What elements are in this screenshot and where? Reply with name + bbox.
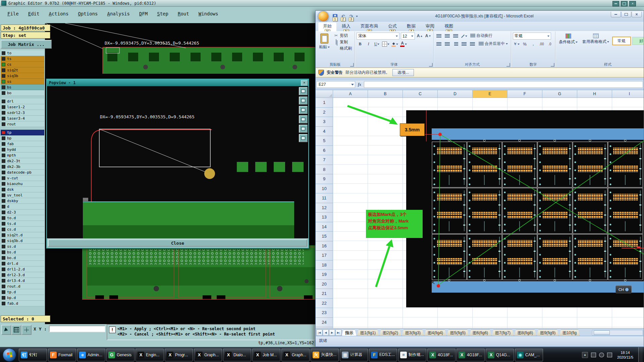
- taskbar-item[interactable]: ◉ CAM_...: [515, 349, 543, 361]
- layer-color-chip[interactable]: [2, 239, 5, 243]
- row-header[interactable]: 18: [316, 260, 333, 270]
- grow-font-button[interactable]: A▲: [416, 33, 423, 40]
- layer-color-chip[interactable]: [2, 80, 5, 83]
- popview-canvas[interactable]: DX=-9.0593475,DY=3.003535,D=9.544265: [47, 86, 308, 238]
- excel-minimize-icon[interactable]: [611, 12, 621, 17]
- taskbar-item[interactable]: X Q14G...: [486, 349, 514, 361]
- font-color-button[interactable]: A: [400, 41, 407, 48]
- alignment-dialog-launcher-icon[interactable]: [506, 63, 510, 67]
- layer-row[interactable]: dsk: [1, 187, 44, 192]
- row-header[interactable]: 21: [316, 289, 333, 299]
- layer-row[interactable]: ts: [1, 56, 44, 62]
- layer-color-chip[interactable]: [2, 267, 5, 271]
- layer-row[interactable]: drl3-4.d: [1, 278, 44, 284]
- paste-button[interactable]: 粘贴: [317, 33, 331, 51]
- layer-row[interactable]: drl2-3.d: [1, 272, 44, 278]
- sheet-tab[interactable]: 图6(fig6): [469, 329, 491, 336]
- taskbar-item[interactable]: 兴 兴森快...: [311, 349, 339, 361]
- redo-button[interactable]: ↷ 3: [348, 13, 355, 19]
- decrease-indent-button[interactable]: [461, 41, 468, 48]
- row-header[interactable]: 5: [316, 136, 333, 146]
- layer-color-chip[interactable]: [2, 165, 5, 169]
- column-header[interactable]: I: [612, 90, 644, 98]
- row-header[interactable]: 16: [316, 241, 333, 251]
- layer-row[interactable]: dk2-3t: [1, 158, 44, 164]
- column-header[interactable]: E: [473, 90, 507, 98]
- ge-close-icon[interactable]: ×: [629, 1, 636, 6]
- ribbon-tab[interactable]: 插入 N: [337, 22, 355, 31]
- row-header[interactable]: 6: [316, 146, 333, 156]
- tray-expand-icon[interactable]: ▲: [582, 352, 588, 358]
- layer-row[interactable]: datecode-pb: [1, 170, 44, 175]
- ribbon-tab[interactable]: 数据 A: [402, 22, 420, 31]
- increase-decimal-button[interactable]: .00: [538, 41, 545, 48]
- sheet-next-icon[interactable]: ▶: [329, 329, 335, 336]
- layer-color-chip[interactable]: [2, 285, 5, 288]
- sheet-tab[interactable]: 图3(fig3): [402, 329, 424, 336]
- orientation-button[interactable]: [461, 33, 468, 40]
- row-header[interactable]: 1: [316, 98, 333, 108]
- layer-color-chip[interactable]: [2, 199, 5, 203]
- ge-menu-item[interactable]: Actions: [49, 11, 68, 16]
- merge-center-button[interactable]: 合并后居中: [477, 41, 509, 47]
- layer-row[interactable]: cs.d: [1, 227, 44, 232]
- sheet-tab[interactable]: 图1(fig1): [357, 329, 379, 336]
- align-center-button[interactable]: [444, 41, 451, 48]
- start-button[interactable]: [3, 348, 16, 362]
- layer-color-chip[interactable]: [2, 154, 5, 157]
- align-left-button[interactable]: [435, 41, 442, 48]
- grid-tool-icon[interactable]: [11, 325, 21, 335]
- layer-color-chip[interactable]: [2, 233, 5, 237]
- align-top-button[interactable]: [435, 33, 442, 40]
- row-header[interactable]: 24: [316, 318, 333, 327]
- layer-row[interactable]: laser3-4: [1, 116, 44, 121]
- number-format-select[interactable]: 常规: [513, 33, 551, 40]
- layer-row[interactable]: bs: [1, 84, 44, 90]
- copy-button[interactable]: 复制: [333, 39, 353, 45]
- layer-color-chip[interactable]: [2, 182, 5, 186]
- font-dialog-launcher-icon[interactable]: [429, 63, 433, 67]
- ge-titlebar[interactable]: Graphic Editor 9.07b2 (00@HY-HYCAM-PC185…: [0, 0, 644, 7]
- layer-row[interactable]: szdrl2-3: [1, 110, 44, 116]
- row-header[interactable]: 8: [316, 165, 333, 175]
- bold-button[interactable]: B: [357, 41, 364, 48]
- fx-icon[interactable]: fx: [356, 82, 363, 87]
- row-header[interactable]: 15: [316, 232, 333, 241]
- layer-color-chip[interactable]: [2, 193, 5, 197]
- layer-row[interactable]: rout.d: [1, 284, 44, 289]
- taskbar-item[interactable]: X 4G18F...: [457, 349, 485, 361]
- layer-color-chip[interactable]: [2, 279, 5, 283]
- layer-color-chip[interactable]: [2, 250, 5, 254]
- taskbar-item[interactable]: X Graph...: [194, 349, 222, 361]
- layer-color-chip[interactable]: [2, 176, 5, 180]
- ribbon-tab[interactable]: 视图 W: [440, 22, 458, 31]
- tray-security-icon[interactable]: [607, 353, 612, 357]
- show-desktop-button[interactable]: [638, 347, 643, 362]
- cut-button[interactable]: ✂剪切: [333, 33, 353, 39]
- layer-color-chip[interactable]: [2, 245, 5, 248]
- layer-row[interactable]: siq2t: [1, 67, 44, 73]
- layer-color-chip[interactable]: [2, 148, 5, 152]
- column-header[interactable]: G: [542, 90, 577, 98]
- column-header[interactable]: B: [368, 90, 403, 98]
- xy-input[interactable]: [49, 325, 105, 332]
- layer-row[interactable]: v-cut: [1, 175, 44, 181]
- security-options-button[interactable]: 选项...: [392, 69, 414, 76]
- font-size-select[interactable]: 12: [401, 33, 415, 40]
- taskbar-item[interactable]: X Progr...: [165, 349, 193, 361]
- embedded-pcb-figure[interactable]: [406, 110, 644, 307]
- column-header[interactable]: D: [438, 90, 473, 98]
- layer-row[interactable]: fab: [1, 141, 44, 147]
- layer-row[interactable]: uv_tool: [1, 192, 44, 198]
- row-header[interactable]: 23: [316, 308, 333, 318]
- layer-row[interactable]: drl.d: [1, 261, 44, 266]
- layer-color-chip[interactable]: [2, 111, 5, 115]
- layer-color-chip[interactable]: [2, 256, 5, 260]
- ribbon-tab[interactable]: 页面布局 P: [356, 22, 383, 31]
- align-bottom-button[interactable]: [452, 33, 459, 40]
- row-header[interactable]: 10: [316, 184, 333, 194]
- layer-color-chip[interactable]: [2, 205, 5, 208]
- taskbar-item[interactable]: X Dialo...: [223, 349, 251, 361]
- increase-indent-button[interactable]: [469, 41, 476, 48]
- tray-network-icon[interactable]: [591, 353, 596, 357]
